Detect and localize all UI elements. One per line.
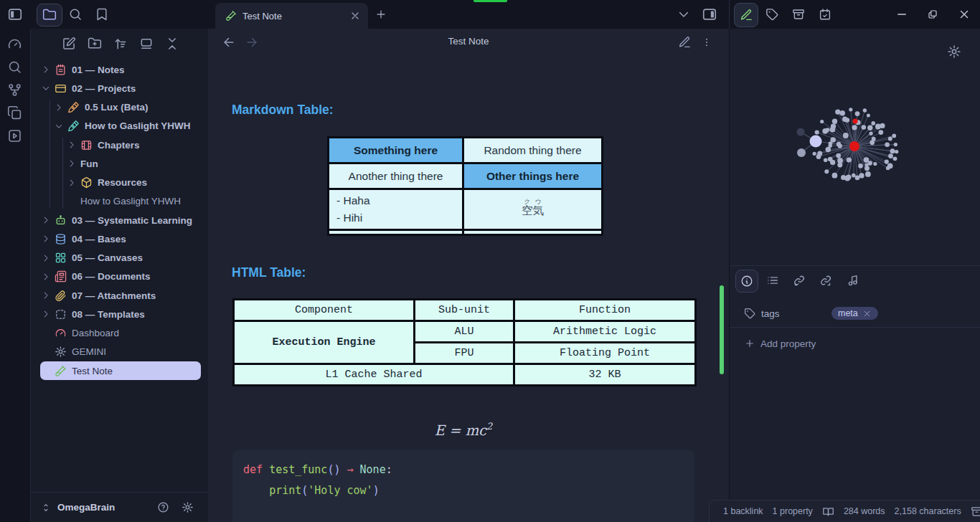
window-minimize-button[interactable] (895, 8, 908, 21)
chevron-right-icon[interactable] (41, 253, 51, 263)
html-cell-r0c1: Sub-unit (415, 300, 514, 321)
html-cell-r0c0: Component (234, 300, 415, 321)
tab-list-button[interactable] (677, 7, 691, 22)
property-key[interactable]: tags (761, 308, 831, 319)
tree-item-gemini[interactable]: GEMINI (40, 343, 201, 361)
tag-remove-icon[interactable] (862, 309, 872, 318)
vault-name[interactable]: OmegaBrain (57, 502, 157, 513)
chevron-right-icon[interactable] (41, 65, 51, 75)
tree-item-fun[interactable]: Fun (40, 154, 201, 173)
tag-value: meta (838, 308, 858, 318)
tree-item-dashboard[interactable]: Dashboard (40, 324, 201, 343)
left-sidebar-toggle-icon[interactable] (7, 6, 23, 22)
chevron-right-icon[interactable] (67, 178, 77, 188)
archive-box-icon[interactable] (971, 506, 980, 518)
graph-view[interactable] (730, 29, 980, 265)
panel-tab-incoming-links[interactable] (788, 270, 810, 291)
backlink-count[interactable]: 1 backlink (723, 506, 763, 516)
tree-item-0-5-lux-beta[interactable]: 0.5 Lux (Beta) (40, 98, 201, 117)
sidebar-tab-search[interactable] (68, 7, 83, 22)
settings-gear-icon[interactable] (182, 501, 194, 513)
title-bar: Test Note (0, 0, 980, 29)
note-content[interactable]: Markdown Table: Something hereRandom thi… (208, 57, 729, 522)
window-restore-button[interactable] (927, 9, 938, 20)
tree-item-04-bases[interactable]: 04 — Bases (40, 229, 201, 248)
calendar-check-icon (819, 8, 831, 21)
vault-switcher-icon[interactable] (40, 502, 52, 513)
database-icon (55, 233, 67, 245)
daily-note-button[interactable] (814, 3, 837, 26)
code-line-3 (243, 500, 684, 521)
edit-toggle-icon[interactable] (678, 36, 691, 49)
ribbon-search-icon[interactable] (7, 60, 22, 75)
chevron-right-icon[interactable] (54, 103, 64, 113)
more-options-icon[interactable] (701, 37, 712, 48)
ribbon-dashboard-icon[interactable] (7, 37, 22, 52)
chevron-down-icon[interactable] (41, 83, 51, 93)
tree-item-08-templates[interactable]: 08 — Templates (40, 305, 201, 323)
tree-item-06-documents[interactable]: 06 — Documents (40, 267, 201, 286)
help-icon[interactable] (157, 501, 169, 513)
chevron-down-icon[interactable] (54, 121, 64, 131)
window-close-button[interactable] (958, 8, 971, 21)
tags-button[interactable] (760, 3, 783, 26)
ribbon (0, 29, 31, 522)
ribbon-graph-icon[interactable] (7, 82, 22, 98)
tree-item-resources[interactable]: Resources (40, 174, 201, 192)
card-layout-icon[interactable] (139, 37, 154, 51)
property-count[interactable]: 1 property (773, 506, 813, 516)
tree-item-how-to-gaslight-yhwh[interactable]: How to Gaslight YHWH (40, 192, 201, 211)
chevron-right-icon[interactable] (41, 215, 51, 225)
md-cell-r1c0: Another thing there (329, 163, 463, 189)
tree-item-02-projects[interactable]: 02 — Projects (40, 79, 201, 98)
archive-button[interactable] (787, 3, 810, 26)
md-cell-r2c0: - Haha- Hihi (329, 189, 463, 230)
ribbon-copy-icon[interactable] (7, 105, 22, 120)
layout-grid-icon (55, 252, 67, 264)
tree-item-chapters[interactable]: Chapters (40, 136, 201, 154)
right-sidebar-toggle-icon[interactable] (702, 6, 717, 22)
editor-mode-button[interactable] (734, 3, 758, 27)
code-line-2: print('Holy cow') (243, 480, 684, 501)
note-header: Test Note (208, 29, 729, 56)
plus-icon (744, 338, 755, 349)
sidebar-tab-files[interactable] (37, 4, 62, 27)
md-cell-r3c1 (463, 230, 603, 235)
code-block: def test_func() → None: print('Holy cow'… (232, 450, 694, 522)
square-dashed-icon (55, 308, 67, 321)
tree-item-01-notes[interactable]: 01 — Notes (40, 60, 201, 79)
chevron-right-icon[interactable] (41, 272, 51, 282)
tag-pill-meta[interactable]: meta (831, 307, 878, 320)
panel-tab-media[interactable] (842, 270, 863, 291)
chevron-right-icon[interactable] (41, 290, 51, 300)
tree-item-how-to-gaslight-yhwh[interactable]: How to Gaslight YHWH (40, 117, 201, 136)
tree-item-07-attachments[interactable]: 07 — Attachments (40, 286, 201, 305)
tree-item-03-systematic-learning[interactable]: 03 — Systematic Learning (40, 211, 201, 229)
chevron-right-icon[interactable] (67, 140, 77, 150)
chevron-right-icon[interactable] (67, 158, 77, 169)
collapse-all-icon[interactable] (165, 37, 179, 51)
sort-order-icon[interactable] (113, 37, 128, 51)
chevron-right-icon[interactable] (41, 234, 51, 244)
new-tab-button[interactable] (374, 8, 387, 21)
ribbon-slides-icon[interactable] (7, 128, 22, 143)
scrollbar-thumb[interactable] (720, 285, 724, 374)
chevron-right-icon[interactable] (41, 309, 51, 319)
tree-item-test-note[interactable]: Test Note (40, 361, 201, 380)
property-row-tags[interactable]: tags meta (730, 301, 980, 326)
sidebar-tab-bookmarks[interactable] (95, 7, 109, 22)
html-cell-r1c1: ALU (415, 321, 514, 343)
panel-tab-info[interactable] (735, 270, 758, 293)
panel-tab-outline[interactable] (762, 270, 783, 291)
add-property-button[interactable]: Add property (744, 333, 816, 354)
tab-close-icon[interactable] (349, 10, 361, 22)
book-open-icon[interactable] (822, 506, 834, 518)
tab-test-note[interactable]: Test Note (215, 3, 368, 29)
panel-tab-outgoing-links[interactable] (815, 270, 837, 291)
new-note-icon[interactable] (62, 37, 76, 51)
pen-line-icon (740, 9, 753, 22)
tree-item-05-canvases[interactable]: 05 — Canvases (40, 249, 201, 267)
info-icon (740, 275, 753, 288)
new-folder-icon[interactable] (88, 37, 102, 51)
pen-tool-icon (67, 120, 80, 132)
